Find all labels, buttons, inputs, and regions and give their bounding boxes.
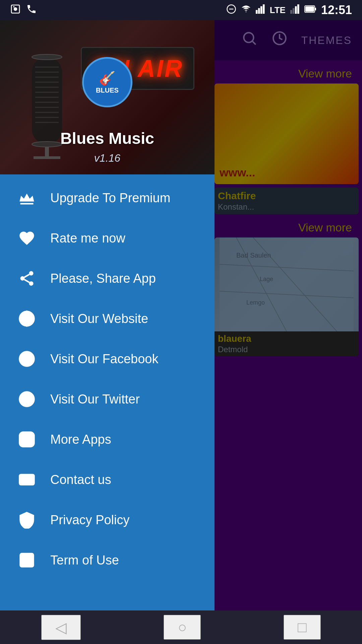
svg-point-2: [13, 6, 14, 7]
svg-point-1: [14, 7, 17, 11]
svg-point-56: [30, 435, 32, 436]
status-bar-left: [10, 4, 37, 17]
menu-item-contact[interactable]: Contact us: [0, 460, 215, 500]
rate-label: Rate me now: [50, 231, 125, 246]
drawer-app-version: v1.16: [0, 152, 215, 164]
facebook-icon: [17, 349, 37, 369]
crown-icon: [17, 188, 37, 208]
website-label: Visit Our Website: [50, 312, 148, 326]
svg-line-48: [24, 274, 29, 277]
photo-icon: [10, 4, 21, 17]
terms-label: Term of Use: [50, 553, 119, 568]
contact-label: Contact us: [50, 473, 111, 487]
svg-rect-10: [293, 8, 295, 14]
menu-item-privacy[interactable]: Privacy Policy: [0, 500, 215, 540]
battery-icon: [304, 4, 316, 16]
list-icon: [17, 550, 37, 570]
phone-icon: [26, 4, 37, 17]
menu-item-terms[interactable]: Term of Use: [0, 540, 215, 580]
svg-rect-14: [315, 8, 316, 10]
main-container: THEMES View more www... Chatfire Konstan…: [0, 20, 362, 644]
nav-recent-button[interactable]: □: [284, 615, 321, 640]
share-label: Please, Share App: [50, 271, 156, 286]
status-bar-right: LTE 12:51: [226, 3, 352, 17]
svg-rect-11: [295, 6, 297, 13]
heart-icon: [17, 228, 37, 248]
svg-point-44: [29, 271, 34, 275]
lte-icon: LTE: [270, 5, 286, 15]
svg-line-47: [24, 279, 29, 282]
svg-rect-8: [263, 4, 265, 14]
shield-icon: [17, 510, 37, 530]
status-bar: LTE 12:51: [0, 0, 362, 20]
drawer-scrim[interactable]: [211, 20, 362, 644]
svg-rect-7: [260, 6, 262, 13]
drawer-menu: Upgrade To Premium Rate me now Please, S…: [0, 174, 215, 644]
app-logo-inner: 🎸 BLUES: [96, 70, 119, 94]
svg-rect-6: [258, 8, 260, 14]
wifi-icon: [241, 4, 251, 16]
instagram-icon: [17, 429, 37, 449]
svg-rect-5: [256, 10, 258, 13]
menu-item-more-apps[interactable]: More Apps: [0, 419, 215, 460]
menu-item-upgrade[interactable]: Upgrade To Premium: [0, 178, 215, 218]
drawer-app-name: Blues Music: [0, 129, 215, 148]
app-logo: 🎸 BLUES: [82, 57, 132, 107]
menu-item-website[interactable]: Visit Our Website: [0, 299, 215, 339]
menu-item-share[interactable]: Please, Share App: [0, 258, 215, 299]
svg-point-45: [20, 276, 25, 281]
facebook-label: Visit Our Facebook: [50, 352, 158, 366]
svg-rect-12: [297, 4, 299, 14]
guitar-icon: 🎸: [96, 70, 119, 86]
svg-rect-15: [305, 6, 314, 12]
share-icon: [17, 268, 37, 288]
svg-rect-9: [290, 10, 292, 13]
mic-area: [7, 34, 87, 168]
menu-item-facebook[interactable]: Visit Our Facebook: [0, 339, 215, 379]
nav-back-button[interactable]: ◁: [41, 615, 81, 640]
svg-point-46: [29, 281, 34, 286]
svg-point-55: [23, 436, 31, 443]
twitter-icon: [17, 389, 37, 409]
signal2-icon: [290, 4, 300, 16]
menu-item-twitter[interactable]: Visit Our Twitter: [0, 379, 215, 419]
drawer: ON AIR 🎸 BLUES Blues Music v1.16 Upgrade…: [0, 20, 215, 644]
email-icon: [17, 470, 37, 490]
status-time: 12:51: [321, 3, 352, 17]
signal-icon: [256, 4, 265, 16]
globe-icon: [17, 309, 37, 329]
drawer-header: ON AIR 🎸 BLUES Blues Music v1.16: [0, 20, 215, 174]
do-not-disturb-icon: [226, 4, 236, 16]
svg-point-53: [26, 398, 28, 400]
upgrade-label: Upgrade To Premium: [50, 191, 170, 205]
twitter-label: Visit Our Twitter: [50, 392, 140, 407]
nav-home-button[interactable]: ○: [164, 615, 201, 640]
logo-blues-text: BLUES: [96, 86, 119, 94]
svg-point-42: [32, 54, 62, 60]
nav-bar: ◁ ○ □: [0, 610, 362, 644]
menu-item-rate[interactable]: Rate me now: [0, 218, 215, 258]
privacy-label: Privacy Policy: [50, 513, 130, 527]
more-apps-label: More Apps: [50, 432, 111, 447]
